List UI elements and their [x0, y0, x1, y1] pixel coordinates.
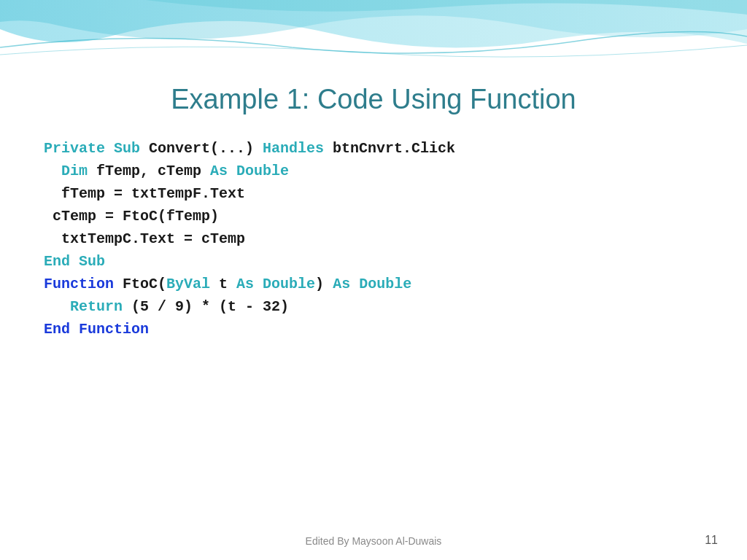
code-line: Private Sub Convert(...) Handles btnCnvr… [44, 137, 703, 160]
code-line: End Function [44, 318, 703, 341]
footer: Edited By Maysoon Al-Duwais [0, 535, 747, 547]
code-line: txtTempC.Text = cTemp [44, 228, 703, 250]
code-line: Function FtoC(ByVal t As Double) As Doub… [44, 273, 703, 295]
code-line: Dim fTemp, cTemp As Double [44, 160, 703, 182]
code-line: End Sub [44, 250, 703, 273]
slide-content: Example 1: Code Using Function Private S… [0, 0, 747, 560]
slide-title: Example 1: Code Using Function [44, 84, 703, 115]
code-line: Return (5 / 9) * (t - 32) [44, 295, 703, 318]
code-block: Private Sub Convert(...) Handles btnCnvr… [44, 137, 703, 531]
code-line: fTemp = txtTempF.Text [44, 182, 703, 205]
footer-text: Edited By Maysoon Al-Duwais [306, 535, 442, 547]
page-number: 11 [705, 534, 718, 547]
code-line: cTemp = FtoC(fTemp) [44, 205, 703, 228]
